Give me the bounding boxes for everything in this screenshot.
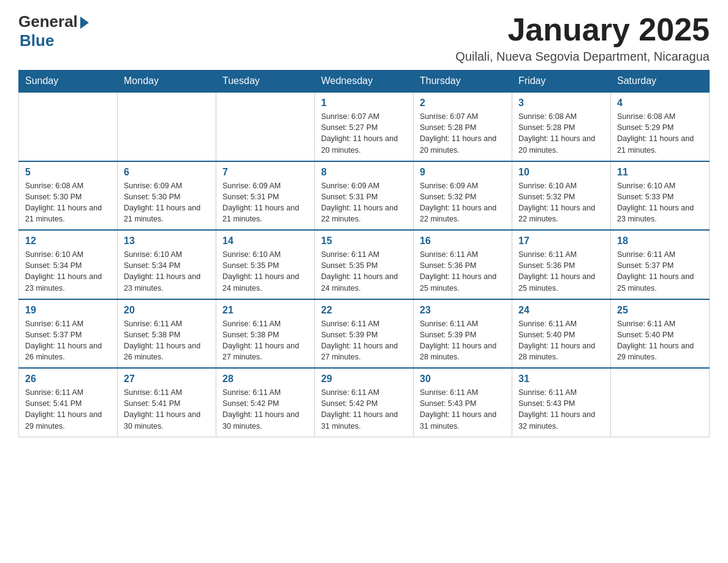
calendar-cell: 24Sunrise: 6:11 AMSunset: 5:40 PMDayligh…: [512, 299, 611, 369]
day-number: 5: [25, 167, 111, 178]
calendar-cell: 21Sunrise: 6:11 AMSunset: 5:38 PMDayligh…: [216, 299, 315, 369]
calendar-cell: 3Sunrise: 6:08 AMSunset: 5:28 PMDaylight…: [512, 92, 611, 161]
day-info: Sunrise: 6:11 AMSunset: 5:41 PMDaylight:…: [25, 387, 111, 432]
day-number: 20: [124, 305, 210, 316]
day-number: 17: [518, 236, 604, 247]
day-info: Sunrise: 6:11 AMSunset: 5:42 PMDaylight:…: [321, 387, 407, 432]
page-title: January 2025: [455, 12, 710, 47]
day-number: 12: [25, 236, 111, 247]
day-info: Sunrise: 6:11 AMSunset: 5:43 PMDaylight:…: [420, 387, 506, 432]
calendar-cell: 16Sunrise: 6:11 AMSunset: 5:36 PMDayligh…: [414, 230, 512, 299]
day-number: 15: [321, 236, 407, 247]
calendar-cell: 11Sunrise: 6:10 AMSunset: 5:33 PMDayligh…: [611, 161, 710, 231]
day-info: Sunrise: 6:08 AMSunset: 5:29 PMDaylight:…: [617, 111, 703, 156]
calendar-cell: 14Sunrise: 6:10 AMSunset: 5:35 PMDayligh…: [216, 230, 315, 299]
day-number: 29: [321, 373, 407, 385]
day-number: 25: [617, 305, 703, 316]
calendar-cell: 12Sunrise: 6:10 AMSunset: 5:34 PMDayligh…: [19, 230, 118, 299]
day-info: Sunrise: 6:11 AMSunset: 5:40 PMDaylight:…: [617, 318, 703, 363]
day-number: 4: [617, 98, 703, 109]
day-number: 10: [518, 167, 604, 178]
header-saturday: Saturday: [611, 71, 710, 93]
calendar-cell: 22Sunrise: 6:11 AMSunset: 5:39 PMDayligh…: [315, 299, 414, 369]
calendar-cell: 7Sunrise: 6:09 AMSunset: 5:31 PMDaylight…: [216, 161, 315, 231]
day-info: Sunrise: 6:10 AMSunset: 5:33 PMDaylight:…: [617, 180, 703, 225]
header-monday: Monday: [118, 71, 216, 93]
calendar-cell: 28Sunrise: 6:11 AMSunset: 5:42 PMDayligh…: [216, 368, 315, 437]
day-info: Sunrise: 6:11 AMSunset: 5:43 PMDaylight:…: [518, 387, 604, 432]
day-number: 11: [617, 167, 703, 178]
calendar-cell: [19, 92, 118, 161]
calendar-cell: 27Sunrise: 6:11 AMSunset: 5:41 PMDayligh…: [118, 368, 216, 437]
logo-blue-text: Blue: [20, 31, 54, 50]
header-thursday: Thursday: [414, 71, 512, 93]
day-number: 13: [124, 236, 210, 247]
header-sunday: Sunday: [19, 71, 118, 93]
calendar-cell: 29Sunrise: 6:11 AMSunset: 5:42 PMDayligh…: [315, 368, 414, 437]
day-number: 30: [420, 373, 506, 385]
day-number: 9: [420, 167, 506, 178]
title-section: January 2025 Quilali, Nueva Segovia Depa…: [455, 12, 710, 64]
week-row-4: 26Sunrise: 6:11 AMSunset: 5:41 PMDayligh…: [19, 368, 710, 437]
day-number: 22: [321, 305, 407, 316]
week-row-2: 12Sunrise: 6:10 AMSunset: 5:34 PMDayligh…: [19, 230, 710, 299]
calendar-cell: 6Sunrise: 6:09 AMSunset: 5:30 PMDaylight…: [118, 161, 216, 231]
day-info: Sunrise: 6:10 AMSunset: 5:34 PMDaylight:…: [124, 249, 210, 294]
day-info: Sunrise: 6:11 AMSunset: 5:39 PMDaylight:…: [420, 318, 506, 363]
calendar-cell: 10Sunrise: 6:10 AMSunset: 5:32 PMDayligh…: [512, 161, 611, 231]
day-info: Sunrise: 6:11 AMSunset: 5:38 PMDaylight:…: [124, 318, 210, 363]
day-info: Sunrise: 6:10 AMSunset: 5:35 PMDaylight:…: [222, 249, 308, 294]
day-number: 8: [321, 167, 407, 178]
day-number: 16: [420, 236, 506, 247]
calendar-cell: 5Sunrise: 6:08 AMSunset: 5:30 PMDaylight…: [19, 161, 118, 231]
calendar-cell: 30Sunrise: 6:11 AMSunset: 5:43 PMDayligh…: [414, 368, 512, 437]
calendar-cell: 26Sunrise: 6:11 AMSunset: 5:41 PMDayligh…: [19, 368, 118, 437]
calendar-table: SundayMondayTuesdayWednesdayThursdayFrid…: [18, 70, 710, 437]
calendar-cell: 13Sunrise: 6:10 AMSunset: 5:34 PMDayligh…: [118, 230, 216, 299]
calendar-cell: 25Sunrise: 6:11 AMSunset: 5:40 PMDayligh…: [611, 299, 710, 369]
calendar-cell: 18Sunrise: 6:11 AMSunset: 5:37 PMDayligh…: [611, 230, 710, 299]
day-number: 21: [222, 305, 308, 316]
calendar-cell: 19Sunrise: 6:11 AMSunset: 5:37 PMDayligh…: [19, 299, 118, 369]
day-info: Sunrise: 6:08 AMSunset: 5:30 PMDaylight:…: [25, 180, 111, 225]
logo-arrow-icon: [80, 17, 89, 29]
calendar-cell: [216, 92, 315, 161]
calendar-cell: 8Sunrise: 6:09 AMSunset: 5:31 PMDaylight…: [315, 161, 414, 231]
week-row-1: 5Sunrise: 6:08 AMSunset: 5:30 PMDaylight…: [19, 161, 710, 231]
day-number: 14: [222, 236, 308, 247]
calendar-cell: 4Sunrise: 6:08 AMSunset: 5:29 PMDaylight…: [611, 92, 710, 161]
day-info: Sunrise: 6:08 AMSunset: 5:28 PMDaylight:…: [518, 111, 604, 156]
day-info: Sunrise: 6:11 AMSunset: 5:39 PMDaylight:…: [321, 318, 407, 363]
calendar-cell: 15Sunrise: 6:11 AMSunset: 5:35 PMDayligh…: [315, 230, 414, 299]
day-info: Sunrise: 6:11 AMSunset: 5:35 PMDaylight:…: [321, 249, 407, 294]
calendar-cell: 2Sunrise: 6:07 AMSunset: 5:28 PMDaylight…: [414, 92, 512, 161]
day-number: 1: [321, 98, 407, 109]
day-number: 26: [25, 373, 111, 385]
day-info: Sunrise: 6:09 AMSunset: 5:32 PMDaylight:…: [420, 180, 506, 225]
week-row-3: 19Sunrise: 6:11 AMSunset: 5:37 PMDayligh…: [19, 299, 710, 369]
day-info: Sunrise: 6:07 AMSunset: 5:27 PMDaylight:…: [321, 111, 407, 156]
day-info: Sunrise: 6:11 AMSunset: 5:37 PMDaylight:…: [25, 318, 111, 363]
day-info: Sunrise: 6:09 AMSunset: 5:31 PMDaylight:…: [222, 180, 308, 225]
calendar-cell: 17Sunrise: 6:11 AMSunset: 5:36 PMDayligh…: [512, 230, 611, 299]
day-number: 3: [518, 98, 604, 109]
day-number: 7: [222, 167, 308, 178]
day-info: Sunrise: 6:11 AMSunset: 5:36 PMDaylight:…: [518, 249, 604, 294]
day-number: 2: [420, 98, 506, 109]
week-row-0: 1Sunrise: 6:07 AMSunset: 5:27 PMDaylight…: [19, 92, 710, 161]
day-info: Sunrise: 6:11 AMSunset: 5:41 PMDaylight:…: [124, 387, 210, 432]
calendar-cell: [611, 368, 710, 437]
calendar-cell: 31Sunrise: 6:11 AMSunset: 5:43 PMDayligh…: [512, 368, 611, 437]
day-number: 6: [124, 167, 210, 178]
day-info: Sunrise: 6:11 AMSunset: 5:36 PMDaylight:…: [420, 249, 506, 294]
day-number: 23: [420, 305, 506, 316]
day-number: 19: [25, 305, 111, 316]
header-friday: Friday: [512, 71, 611, 93]
calendar-cell: 23Sunrise: 6:11 AMSunset: 5:39 PMDayligh…: [414, 299, 512, 369]
logo-general-text: General: [18, 12, 78, 31]
calendar-cell: 1Sunrise: 6:07 AMSunset: 5:27 PMDaylight…: [315, 92, 414, 161]
page-subtitle: Quilali, Nueva Segovia Department, Nicar…: [455, 50, 710, 64]
header-tuesday: Tuesday: [216, 71, 315, 93]
day-info: Sunrise: 6:11 AMSunset: 5:40 PMDaylight:…: [518, 318, 604, 363]
day-number: 31: [518, 373, 604, 385]
